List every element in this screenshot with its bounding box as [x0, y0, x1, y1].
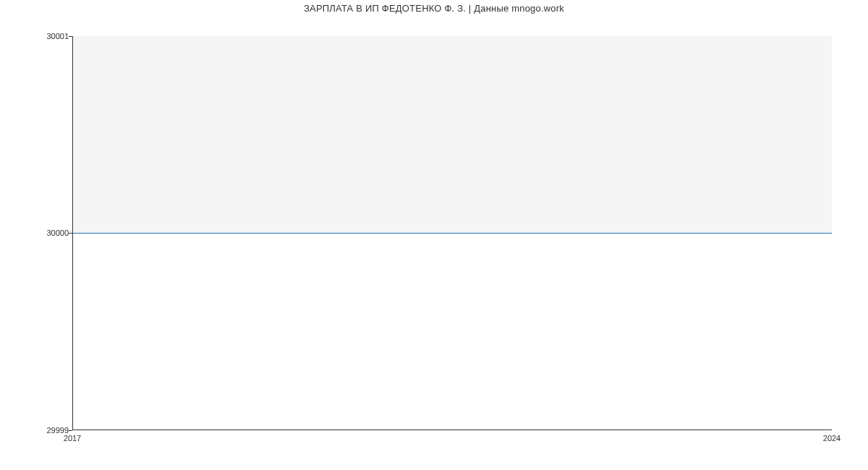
chart-title: ЗАРПЛАТА В ИП ФЕДОТЕНКО Ф. З. | Данные m… [0, 3, 868, 14]
salary-line [73, 233, 832, 234]
x-tick-label-left: 2017 [64, 434, 81, 443]
y-tick-label-mid: 30000 [46, 228, 69, 237]
y-tick-mark [69, 430, 72, 431]
plot-area [72, 36, 832, 430]
y-tick-label-top: 30001 [46, 32, 69, 40]
salary-chart: ЗАРПЛАТА В ИП ФЕДОТЕНКО Ф. З. | Данные m… [0, 0, 868, 470]
x-tick-label-right: 2024 [823, 434, 841, 443]
plot-lower-region [73, 233, 832, 430]
